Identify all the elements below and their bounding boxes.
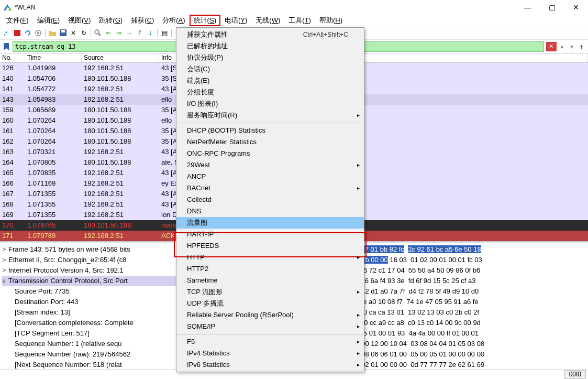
minimize-button[interactable]: —: [516, 0, 540, 15]
menu-item[interactable]: 端点(E): [176, 75, 364, 86]
menu-item[interactable]: 分组长度: [176, 86, 364, 98]
menu-item[interactable]: Reliable Server Pooling (RSerPool): [176, 309, 364, 321]
menu-item[interactable]: HTTP2: [176, 263, 364, 275]
menu-item[interactable]: 会话(C): [176, 63, 364, 75]
menu-item[interactable]: F5: [176, 336, 364, 348]
menu-item[interactable]: Collectd: [176, 194, 364, 205]
menu-item[interactable]: HART-IP: [176, 229, 364, 240]
hex-row[interactable]: 0d b1 c9 16 6a f4 93 3e fd 6f 9d 15 5c 2…: [333, 276, 587, 286]
menu-item[interactable]: ANCP: [176, 171, 364, 182]
maximize-button[interactable]: ▢: [540, 0, 564, 15]
menu-item[interactable]: I/O 图表(I): [176, 98, 364, 110]
prev-icon[interactable]: ⇐: [104, 28, 113, 38]
menu-s[interactable]: 统计(S): [190, 15, 220, 26]
menu-h[interactable]: 帮助(H): [315, 15, 347, 26]
close-button[interactable]: ✕: [564, 0, 588, 15]
close-file-icon[interactable]: ✕: [69, 28, 78, 38]
menu-bar: 文件(F)编辑(E)视图(V)跳转(G)捕获(C)分析(A)统计(S)电话(Y)…: [0, 15, 588, 26]
stop-capture-icon[interactable]: [13, 28, 22, 38]
bookmark-icon[interactable]: [2, 42, 10, 51]
menu-item[interactable]: NetPerfMeter Statistics: [176, 136, 364, 148]
menu-t[interactable]: 工具(T): [284, 15, 315, 26]
svg-point-2: [37, 32, 39, 34]
svg-line-6: [98, 34, 101, 36]
start-capture-icon[interactable]: [2, 28, 12, 38]
menu-item[interactable]: ONC-RPC Programs: [176, 148, 364, 159]
status-tab[interactable]: 00f0: [564, 370, 586, 379]
hex-row[interactable]: 05 05 01 08 06 06 01 00 05 00 05 01 00 0…: [333, 349, 587, 360]
hex-row[interactable]: c0 2c c0 30 cc a9 cc a8 c0 13 c0 14 00 9…: [333, 318, 587, 328]
menu-item[interactable]: SOME/IP: [176, 321, 364, 332]
menu-item[interactable]: UDP 多播流: [176, 298, 364, 309]
hex-row[interactable]: db df c6 0e a0 10 08 f7 74 1e 47 05 95 9…: [333, 297, 587, 307]
hex-row[interactable]: 00 0b 00 02 01 00 00 00 0d 77 77 77 2e 6…: [333, 360, 587, 370]
hex-row[interactable]: 00 2f 00 35 01 00 01 93 4a 4a 00 00 ff 0…: [333, 328, 587, 339]
menu-item[interactable]: HTTP: [176, 252, 364, 263]
menu-y[interactable]: 电话(Y): [220, 15, 251, 26]
menu-a[interactable]: 分析(A): [158, 15, 189, 26]
menu-item[interactable]: DHCP (BOOTP) Statistics: [176, 125, 364, 136]
packet-bytes[interactable]: 32 bc 1e 37 01 bb 82 fc 2c 92 61 bc a5 6…: [332, 243, 588, 370]
menu-item[interactable]: TCP 流图形: [176, 286, 364, 298]
col-source[interactable]: Source: [82, 53, 159, 62]
col-time[interactable]: Time: [25, 53, 82, 62]
hex-row[interactable]: 32 bc 1e 37 01 bb 82 fc 2c 92 61 bc a5 6…: [333, 244, 587, 255]
hex-row[interactable]: b6 4f 00 20 ca ca 13 01 13 02 13 03 c0 2…: [333, 307, 587, 318]
restart-capture-icon[interactable]: [23, 28, 32, 38]
filter-history-button[interactable]: ▾: [568, 43, 575, 50]
menu-v[interactable]: 视图(V): [64, 15, 95, 26]
goto-last-icon[interactable]: ⤓: [146, 28, 155, 38]
col-no[interactable]: No.: [0, 53, 25, 62]
hex-row[interactable]: 02 00 0e 7b 00 00 16 03 01 02 00 01 00 0…: [333, 255, 587, 265]
menu-item[interactable]: 捕获文件属性Ctrl+Alt+Shift+C: [176, 29, 364, 40]
menu-f[interactable]: 文件(F): [2, 15, 33, 26]
menu-item[interactable]: Sametime: [176, 275, 364, 286]
goto-first-icon[interactable]: ⤒: [135, 28, 145, 38]
menu-w[interactable]: 无线(W): [251, 15, 284, 26]
menu-item[interactable]: 流量图: [176, 217, 364, 229]
menu-item[interactable]: 29West: [176, 159, 364, 171]
app-logo-icon: [3, 3, 12, 12]
hex-row[interactable]: 03 30 1f 26 72 c1 17 04 55 50 a4 50 09 8…: [333, 265, 587, 276]
auto-scroll-icon[interactable]: ▤: [160, 28, 169, 38]
clear-filter-button[interactable]: ✕: [546, 42, 557, 51]
statistics-menu: 捕获文件属性Ctrl+Alt+Shift+C已解析的地址协议分级(P)会话(C)…: [176, 27, 364, 372]
menu-item[interactable]: 协议分级(P): [176, 52, 364, 63]
svg-point-5: [95, 30, 99, 34]
menu-item[interactable]: BACnet: [176, 182, 364, 194]
svg-rect-0: [14, 30, 20, 36]
save-icon[interactable]: [58, 28, 68, 38]
next-icon[interactable]: ⇒: [114, 28, 124, 38]
menu-g[interactable]: 跳转(G): [95, 15, 127, 26]
title-bar: *WLAN — ▢ ✕: [0, 0, 588, 15]
menu-item[interactable]: IPv4 Statistics: [176, 348, 364, 359]
menu-c[interactable]: 捕获(C): [127, 15, 158, 26]
menu-item[interactable]: 服务响应时间(R): [176, 110, 364, 121]
hex-row[interactable]: 7e 20 13 42 d1 a0 7a 7f d4 f2 78 5f 49 d…: [333, 286, 587, 297]
svg-rect-4: [61, 30, 65, 33]
find-icon[interactable]: [93, 28, 103, 38]
menu-item[interactable]: HPFEEDS: [176, 240, 364, 252]
apply-filter-button[interactable]: ▸: [559, 43, 566, 50]
menu-item[interactable]: 已解析的地址: [176, 40, 364, 52]
window-title: *WLAN: [15, 4, 516, 11]
jump-icon[interactable]: →: [125, 28, 134, 38]
hex-row[interactable]: 00 00 0d 00 12 00 10 04 03 08 04 04 01 0…: [333, 339, 587, 349]
open-file-icon[interactable]: [48, 28, 57, 38]
add-filter-button[interactable]: +: [578, 42, 586, 51]
menu-item[interactable]: DNS: [176, 205, 364, 217]
options-icon[interactable]: [34, 28, 43, 38]
menu-e[interactable]: 编辑(E): [33, 15, 64, 26]
reload-icon[interactable]: ↻: [79, 28, 88, 38]
menu-item[interactable]: IPv6 Statistics: [176, 359, 364, 371]
